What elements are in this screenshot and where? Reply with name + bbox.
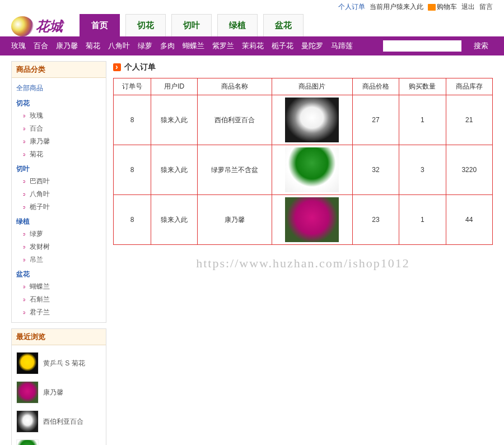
tab-4[interactable]: 盆花 bbox=[263, 14, 304, 36]
cat-item: 吊兰 bbox=[22, 253, 101, 266]
cat-item: 康乃馨 bbox=[22, 135, 101, 148]
main-tabs: 首页切花切叶绿植盆花 bbox=[80, 14, 304, 36]
nav-bar: 玫瑰百合康乃馨菊花八角叶绿萝多肉蝴蝶兰紫罗兰茉莉花栀子花曼陀罗马蹄莲 搜索 bbox=[0, 36, 504, 55]
cat-item: 栀子叶 bbox=[22, 201, 101, 214]
cat-link-2-2[interactable]: 吊兰 bbox=[30, 256, 43, 263]
col-header-3: 商品图片 bbox=[272, 78, 353, 95]
table-row: 8猿来入此康乃馨23144 bbox=[114, 195, 493, 245]
recent-item-0[interactable]: 黄乒乓 S 菊花 bbox=[16, 349, 101, 378]
col-header-5: 购买数量 bbox=[399, 78, 446, 95]
cat-item: 发财树 bbox=[22, 240, 101, 253]
all-products-link[interactable]: 全部商品 bbox=[16, 81, 101, 95]
nav-item-7[interactable]: 蝴蝶兰 bbox=[183, 41, 204, 50]
cat-link-0-3[interactable]: 菊花 bbox=[30, 150, 43, 158]
nav-item-5[interactable]: 绿萝 bbox=[138, 41, 152, 50]
nav-item-11[interactable]: 曼陀罗 bbox=[301, 41, 323, 50]
tab-0[interactable]: 首页 bbox=[80, 14, 120, 36]
nav-item-2[interactable]: 康乃馨 bbox=[56, 41, 78, 50]
cat-link-0-1[interactable]: 百合 bbox=[30, 124, 43, 132]
cat-item: 巴西叶 bbox=[22, 175, 101, 188]
message-link[interactable]: 留言 bbox=[479, 2, 493, 12]
table-cell: 西伯利亚百合 bbox=[198, 95, 272, 145]
nav-item-10[interactable]: 栀子花 bbox=[272, 41, 293, 50]
cat-link-1-1[interactable]: 八角叶 bbox=[30, 190, 50, 198]
nav-item-0[interactable]: 玫瑰 bbox=[11, 41, 26, 50]
cat-item: 君子兰 bbox=[22, 306, 101, 319]
col-header-6: 商品库存 bbox=[446, 78, 492, 95]
header-row: 花城 首页切花切叶绿植盆花 bbox=[0, 14, 504, 36]
table-cell: 32 bbox=[352, 145, 399, 195]
cat-item: 石斛兰 bbox=[22, 293, 101, 306]
nav-item-4[interactable]: 八角叶 bbox=[108, 41, 130, 50]
table-cell: 8 bbox=[114, 95, 151, 145]
cat-item: 菊花 bbox=[22, 148, 101, 161]
table-cell: 8 bbox=[114, 145, 151, 195]
sidebar: 商品分类 全部商品 切花玫瑰百合康乃馨菊花切叶巴西叶八角叶栀子叶绿植绿萝发财树吊… bbox=[11, 61, 106, 445]
cat-link-3-0[interactable]: 蝴蝶兰 bbox=[30, 282, 50, 290]
table-cell: 猿来入此 bbox=[151, 195, 198, 245]
nav-item-3[interactable]: 菊花 bbox=[86, 41, 100, 50]
table-cell: 猿来入此 bbox=[151, 145, 198, 195]
categories-panel: 商品分类 全部商品 切花玫瑰百合康乃馨菊花切叶巴西叶八角叶栀子叶绿植绿萝发财树吊… bbox=[11, 61, 106, 323]
tab-3[interactable]: 绿植 bbox=[217, 14, 258, 36]
cat-item: 蝴蝶兰 bbox=[22, 280, 101, 293]
cart-icon bbox=[428, 4, 436, 11]
content-title: 个人订单 bbox=[113, 61, 493, 78]
cat-item: 百合 bbox=[22, 122, 101, 135]
top-bar: 个人订单 当前用户猿来入此 购物车 退出 留言 bbox=[0, 0, 504, 14]
cat-link-0-0[interactable]: 玫瑰 bbox=[30, 112, 43, 119]
tab-1[interactable]: 切花 bbox=[125, 14, 166, 36]
content-area: 个人订单 订单号用户ID商品名称商品图片商品价格购买数量商品库存 8猿来入此西伯… bbox=[113, 61, 493, 445]
nav-item-6[interactable]: 多肉 bbox=[160, 41, 175, 50]
recent-panel: 最近浏览 黄乒乓 S 菊花康乃馨西伯利亚百合绿萝吊兰不含盆 bbox=[11, 328, 106, 445]
recent-item-2[interactable]: 西伯利亚百合 bbox=[16, 407, 101, 436]
cat-link-3-2[interactable]: 君子兰 bbox=[30, 308, 50, 316]
nav-item-8[interactable]: 紫罗兰 bbox=[212, 41, 234, 50]
table-cell: 8 bbox=[114, 195, 151, 245]
cat-group-1[interactable]: 切叶 bbox=[16, 161, 101, 175]
cat-link-2-0[interactable]: 绿萝 bbox=[30, 230, 43, 238]
table-cell bbox=[272, 195, 353, 245]
product-image bbox=[285, 147, 339, 192]
cat-group-2[interactable]: 绿植 bbox=[16, 214, 101, 228]
tab-2[interactable]: 切叶 bbox=[171, 14, 212, 36]
recent-thumb-icon bbox=[16, 352, 39, 374]
table-cell: 3 bbox=[399, 145, 446, 195]
cat-group-0[interactable]: 切花 bbox=[16, 95, 101, 109]
logout-link[interactable]: 退出 bbox=[461, 2, 475, 12]
nav-item-9[interactable]: 茉莉花 bbox=[242, 41, 264, 50]
personal-order-link[interactable]: 个人订单 bbox=[338, 2, 365, 12]
nav-item-12[interactable]: 马蹄莲 bbox=[331, 41, 353, 50]
table-cell: 23 bbox=[352, 195, 399, 245]
cat-group-3[interactable]: 盆花 bbox=[16, 266, 101, 280]
search-input[interactable] bbox=[383, 40, 461, 52]
arrow-icon bbox=[113, 63, 121, 71]
recent-item-3[interactable]: 绿萝吊兰不含盆 bbox=[16, 436, 101, 445]
current-user-label: 当前用户猿来入此 bbox=[370, 2, 423, 12]
cat-link-1-0[interactable]: 巴西叶 bbox=[30, 177, 50, 185]
cat-link-2-1[interactable]: 发财树 bbox=[30, 243, 50, 251]
recent-name: 西伯利亚百合 bbox=[43, 417, 83, 427]
order-table: 订单号用户ID商品名称商品图片商品价格购买数量商品库存 8猿来入此西伯利亚百合2… bbox=[113, 78, 493, 245]
recent-thumb-icon bbox=[16, 410, 39, 433]
col-header-2: 商品名称 bbox=[198, 78, 272, 95]
product-image bbox=[285, 197, 339, 242]
table-cell: 绿萝吊兰不含盆 bbox=[198, 145, 272, 195]
table-cell: 猿来入此 bbox=[151, 95, 198, 145]
cat-link-0-2[interactable]: 康乃馨 bbox=[30, 137, 50, 145]
table-row: 8猿来入此西伯利亚百合27121 bbox=[114, 95, 493, 145]
table-cell: 1 bbox=[399, 95, 446, 145]
cat-item: 八角叶 bbox=[22, 188, 101, 201]
search-button[interactable]: 搜索 bbox=[469, 40, 493, 52]
recent-item-1[interactable]: 康乃馨 bbox=[16, 378, 101, 407]
nav-item-1[interactable]: 百合 bbox=[34, 41, 48, 50]
cat-item: 绿萝 bbox=[22, 228, 101, 240]
logo[interactable]: 花城 bbox=[11, 16, 63, 36]
watermark: https://www.huzhan.com/ishop1012 bbox=[113, 256, 493, 271]
recent-title: 最近浏览 bbox=[12, 329, 106, 345]
cat-link-1-2[interactable]: 栀子叶 bbox=[30, 203, 50, 211]
table-cell: 1 bbox=[399, 195, 446, 245]
col-header-1: 用户ID bbox=[151, 78, 198, 95]
cat-link-3-1[interactable]: 石斛兰 bbox=[30, 295, 50, 303]
cart-link[interactable]: 购物车 bbox=[428, 2, 457, 12]
